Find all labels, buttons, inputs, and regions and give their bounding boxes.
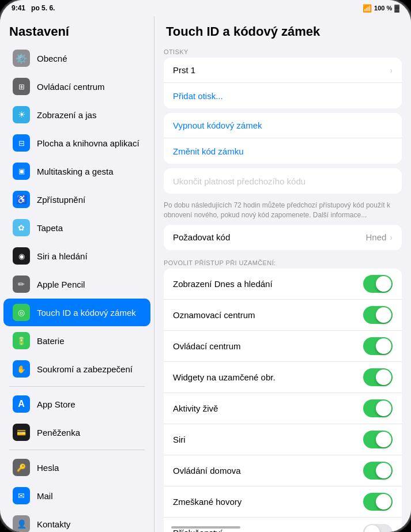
prst1-chevron: ›: [390, 66, 393, 75]
sidebar-item-baterie[interactable]: 🔋 Baterie: [3, 327, 150, 354]
zpristupneni-label: Zpřístupnění: [37, 195, 85, 205]
battery-percentage: 100 %: [374, 5, 392, 12]
pridat-otisk-link[interactable]: Přidat otisk...: [173, 91, 223, 101]
ovladaci-label: Ovládací centrum: [37, 82, 105, 92]
obecne-icon: ⚙️: [13, 50, 30, 67]
tapeta-label: Tapeta: [37, 223, 63, 233]
platnost-note: Po dobu následujících 72 hodin můžete př…: [154, 198, 411, 225]
otisky-group: Prst 1 › Přidat otisk...: [164, 58, 402, 108]
sidebar-item-tapeta[interactable]: ✿ Tapeta: [3, 214, 150, 242]
sidebar-item-obecne[interactable]: ⚙️ Obecné: [3, 44, 150, 72]
sidebar-group-2: A App Store 💳 Peněženka: [0, 390, 154, 446]
pridat-otisk-row[interactable]: Přidat otisk...: [164, 83, 402, 108]
soukromi-icon: ✋: [13, 360, 30, 378]
sidebar-item-apple-pencil[interactable]: ✏ Apple Pencil: [3, 270, 150, 298]
app-store-label: App Store: [37, 399, 76, 409]
main-layout: Nastavení ⚙️ Obecné ⊞ Ovládací centrum ☀…: [0, 16, 411, 532]
sidebar-item-kontakty[interactable]: 👤 Kontakty: [3, 510, 150, 532]
wifi-icon: 📶: [363, 4, 372, 13]
sidebar-item-penezenka[interactable]: 💳 Peněženka: [3, 418, 150, 446]
ovladaci-toggle[interactable]: [363, 337, 393, 355]
prislusenstvi-row: Příslušenství: [164, 518, 402, 532]
sidebar-item-app-store[interactable]: A App Store: [3, 390, 150, 418]
time-display: 9:41: [12, 4, 25, 12]
baterie-label: Baterie: [37, 336, 65, 346]
sidebar: Nastavení ⚙️ Obecné ⊞ Ovládací centrum ☀…: [0, 16, 154, 532]
hesla-icon: 🔑: [13, 459, 30, 476]
tapeta-icon: ✿: [13, 219, 30, 236]
oznamovaci-toggle[interactable]: [363, 306, 393, 324]
sidebar-item-hesla[interactable]: 🔑 Hesla: [3, 454, 150, 481]
sidebar-item-multitasking[interactable]: ▣ Multitasking a gesta: [3, 157, 150, 185]
sidebar-group-1: ⚙️ Obecné ⊞ Ovládací centrum ☀ Zobrazení…: [0, 44, 154, 383]
sidebar-item-plocha[interactable]: ⊟ Plocha a knihovna aplikací: [3, 129, 150, 157]
sidebar-item-siri[interactable]: ◉ Siri a hledání: [3, 242, 150, 270]
status-bar: 9:41 po 5. 6. 📶 100 % ▓: [0, 0, 411, 16]
sidebar-title: Nastavení: [0, 16, 154, 44]
siri-toggle[interactable]: [363, 431, 393, 448]
zmenit-label[interactable]: Změnit kód zámku: [173, 146, 244, 156]
status-indicators: 📶 100 % ▓: [363, 4, 399, 13]
zobrazeni-label: Zobrazení a jas: [37, 110, 96, 120]
kontakty-label: Kontakty: [37, 519, 70, 529]
pozadovat-row[interactable]: Požadovat kód Hned ›: [164, 225, 402, 250]
aktivity-label: Aktivity živě: [173, 403, 363, 413]
plocha-label: Plocha a knihovna aplikací: [37, 138, 139, 148]
pozadovat-group: Požadovat kód Hned ›: [164, 225, 402, 250]
battery-icon: ▓: [394, 4, 399, 12]
kontakty-icon: 👤: [13, 515, 30, 532]
ovladaci-row: Ovládací centrum: [164, 331, 402, 362]
touch-id-label: Touch ID a kódový zámek: [37, 308, 136, 318]
sidebar-divider-2: [9, 450, 145, 450]
obecne-label: Obecné: [37, 54, 67, 63]
platnost-note-text: Po dobu následujících 72 hodin můžete př…: [164, 201, 390, 219]
pristup-group: Zobrazení Dnes a hledání Oznamovací cent…: [164, 269, 402, 532]
mail-label: Mail: [37, 491, 53, 501]
widgety-toggle[interactable]: [363, 368, 393, 386]
baterie-icon: 🔋: [13, 332, 30, 349]
prst1-row[interactable]: Prst 1 ›: [164, 58, 402, 83]
zmeskane-label: Zmeškané hovory: [173, 497, 363, 507]
ovladaci-row-label: Ovládací centrum: [173, 341, 363, 351]
platnost-row: Ukončit platnost předchozího kódu: [164, 168, 402, 194]
domov-toggle[interactable]: [363, 462, 393, 480]
mail-icon: ✉: [13, 487, 30, 504]
prislusenstvi-toggle[interactable]: [363, 524, 393, 532]
oznamovaci-row: Oznamovací centrum: [164, 300, 402, 331]
plocha-icon: ⊟: [13, 134, 30, 152]
zobrazeni-row-label: Zobrazení Dnes a hledání: [173, 279, 363, 289]
vypnout-row[interactable]: Vypnout kódový zámek: [164, 113, 402, 138]
apple-pencil-label: Apple Pencil: [37, 280, 85, 289]
zobrazeni-toggle[interactable]: [363, 275, 393, 293]
sidebar-item-touch-id[interactable]: ◎ Touch ID a kódový zámek: [3, 299, 150, 326]
apple-pencil-icon: ✏: [13, 276, 30, 293]
zmeskane-toggle[interactable]: [363, 493, 393, 511]
zmenit-row[interactable]: Změnit kód zámku: [164, 138, 402, 164]
sidebar-item-zpristupneni[interactable]: ♿ Zpřístupnění: [3, 186, 150, 213]
detail-title: Touch ID a kódový zámek: [154, 16, 411, 44]
penezenka-icon: 💳: [13, 424, 30, 441]
sidebar-item-soukromi[interactable]: ✋ Soukromí a zabezpečení: [3, 355, 150, 383]
siri-row-label: Siri: [173, 435, 363, 444]
pozadovat-value: Hned: [365, 232, 386, 242]
oznamovaci-label: Oznamovací centrum: [173, 310, 363, 320]
zobrazeni-row: Zobrazení Dnes a hledání: [164, 269, 402, 300]
sidebar-item-zobrazeni[interactable]: ☀ Zobrazení a jas: [3, 101, 150, 129]
vypnout-label[interactable]: Vypnout kódový zámek: [173, 120, 262, 130]
zpristupneni-icon: ♿: [13, 191, 30, 208]
pristup-header: POVOLIT PŘÍSTUP PŘI UZAMČENÍ:: [154, 255, 411, 269]
home-indicator: [171, 526, 240, 529]
aktivity-row: Aktivity živě: [164, 393, 402, 424]
date-display: po 5. 6.: [31, 4, 55, 12]
siri-label: Siri a hledání: [37, 251, 88, 261]
soukromi-label: Soukromí a zabezpečení: [37, 364, 133, 374]
sidebar-divider-1: [9, 386, 145, 387]
sidebar-item-ovladaci[interactable]: ⊞ Ovládací centrum: [3, 73, 150, 100]
widgety-label: Widgety na uzamčené obr.: [173, 372, 363, 382]
pozadovat-label: Požadovat kód: [173, 232, 365, 242]
widgety-row: Widgety na uzamčené obr.: [164, 362, 402, 393]
sidebar-item-mail[interactable]: ✉ Mail: [3, 482, 150, 510]
zmeskane-row: Zmeškané hovory: [164, 486, 402, 518]
prst1-label: Prst 1: [173, 65, 390, 75]
aktivity-toggle[interactable]: [363, 399, 393, 417]
